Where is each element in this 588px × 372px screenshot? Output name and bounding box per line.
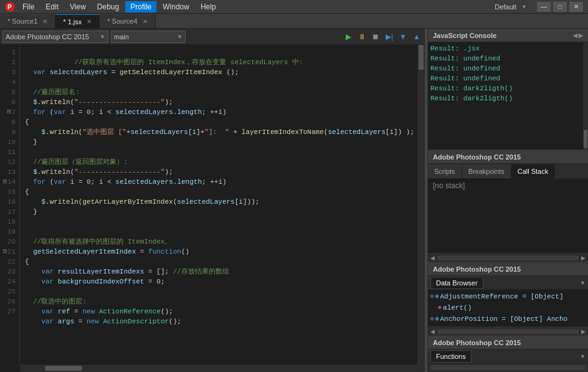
console-line-4: Result: undefined <box>430 74 586 83</box>
tab-close-source1[interactable]: ✕ <box>42 18 47 25</box>
fold-icon-7[interactable]: ⊟ <box>7 107 11 117</box>
js-console-title: JavaScript Console <box>433 32 496 39</box>
data-icon-1: ◉ <box>435 291 439 302</box>
fold-icon-21[interactable]: ⊟ <box>3 247 7 257</box>
menu-file[interactable]: File <box>17 1 39 12</box>
expand-icon-3[interactable]: ⊞ <box>430 313 434 325</box>
tab-bar: * Source1 ✕ * 1.jsx ✕ * Source4 ✕ <box>0 14 588 29</box>
data-icon-3: ◉ <box>435 313 439 325</box>
app-logo: P <box>5 2 15 12</box>
console-line-1: Result: .jsx <box>430 44 586 54</box>
pause-button[interactable]: ⏸ <box>356 31 368 42</box>
menu-help[interactable]: Help <box>196 1 221 12</box>
tab-data-browser[interactable]: Data Browser <box>430 277 483 289</box>
svg-text:P: P <box>7 4 12 11</box>
step-over-button[interactable]: ▶| <box>384 31 395 42</box>
editor-toolbar: Adobe Photoshop CC 2015 ▼ main ▼ ▶ ⏸ ⏹ ▶… <box>0 29 425 45</box>
scroll-left-icon[interactable]: ◀ <box>430 255 435 261</box>
horizontal-scrollbar[interactable] <box>20 365 425 372</box>
minimize-button[interactable]: — <box>537 2 551 12</box>
no-stack-label: [no stack] <box>430 179 467 193</box>
data-row-2: ◈ alert() <box>430 302 586 313</box>
console-scrollbar[interactable] <box>583 42 588 150</box>
menu-profile[interactable]: Profile <box>125 1 156 12</box>
title-bar-right: Default ▼ — □ ✕ <box>495 2 583 12</box>
tab-source1[interactable]: * Source1 ✕ <box>0 14 55 28</box>
functions-panel-header: Adobe Photoshop CC 2015 <box>428 336 588 350</box>
functions-content <box>428 363 588 372</box>
functions-bar: Functions ▼ <box>428 350 588 363</box>
ps-callstack-content: [no stack] <box>428 179 588 253</box>
menu-debug[interactable]: Debug <box>92 1 124 12</box>
maximize-button[interactable]: □ <box>553 2 567 12</box>
right-panel: JavaScript Console ◀ ▶ Result: .jsx Resu… <box>427 29 588 372</box>
data-browser-bar: Data Browser ▼ <box>428 276 588 290</box>
js-console-header: JavaScript Console ◀ ▶ <box>428 29 588 42</box>
data-icon-2: ◈ <box>438 302 442 313</box>
console-line-3: Result: undefined <box>430 64 586 74</box>
step-into-button[interactable]: ▼ <box>397 31 409 42</box>
function-dropdown-arrow: ▼ <box>177 34 183 40</box>
js-console-panel: JavaScript Console ◀ ▶ Result: .jsx Resu… <box>428 29 588 150</box>
menu-window[interactable]: Window <box>158 1 194 12</box>
menu-view[interactable]: View <box>65 1 91 12</box>
tab-breakpoints[interactable]: Breakpoints <box>462 165 511 178</box>
ps-callstack-panel: Adobe Photoshop CC 2015 Scripts Breakpoi… <box>428 150 588 262</box>
console-line-2: Result: undefined <box>430 54 586 64</box>
ps-databrowser-header: Adobe Photoshop CC 2015 <box>428 262 588 276</box>
functions-dropdown-arrow[interactable]: ▼ <box>580 353 586 360</box>
tab-close-1jsx[interactable]: ✕ <box>87 18 92 25</box>
ps-callstack-tabs: Scripts Breakpoints Call Stack <box>428 164 588 179</box>
tab-1jsx[interactable]: * 1.jsx ✕ <box>55 14 100 28</box>
tab-functions[interactable]: Functions <box>430 350 472 363</box>
vertical-scrollbar[interactable] <box>417 45 425 365</box>
title-bar-left: P File Edit View Debug Profile Window He… <box>5 1 221 12</box>
functions-panel: Adobe Photoshop CC 2015 Functions ▼ <box>428 336 588 372</box>
db-scroll-right[interactable]: ▶ <box>581 328 586 335</box>
ps-databrowser-panel: Adobe Photoshop CC 2015 Data Browser ▼ ⊞… <box>428 262 588 336</box>
ps-callstack-title: Adobe Photoshop CC 2015 <box>433 153 521 161</box>
expand-icon-1[interactable]: ⊞ <box>430 291 434 302</box>
stop-button[interactable]: ⏹ <box>370 31 381 42</box>
databrowser-dropdown-arrow[interactable]: ▼ <box>580 280 586 286</box>
play-button[interactable]: ▶ <box>343 31 354 42</box>
console-line-6: Result: dark2ligth() <box>430 93 586 103</box>
default-label: Default <box>495 3 516 11</box>
tab-scripts[interactable]: Scripts <box>428 165 462 178</box>
main-layout: Adobe Photoshop CC 2015 ▼ main ▼ ▶ ⏸ ⏹ ▶… <box>0 29 588 372</box>
console-expand[interactable]: ▶ <box>579 32 583 39</box>
data-row-1: ⊞ ◉ AdjustmentReference = [Object] <box>430 291 586 302</box>
fold-icon-14[interactable]: ⊟ <box>3 177 7 187</box>
target-dropdown[interactable]: Adobe Photoshop CC 2015 ▼ <box>2 31 108 43</box>
line-numbers: 123456 ⊟7 8910111213 ⊟14 151617181920 ⊟2… <box>0 45 20 365</box>
close-button[interactable]: ✕ <box>569 2 583 12</box>
functions-panel-title: Adobe Photoshop CC 2015 <box>433 339 521 346</box>
db-scroll-left[interactable]: ◀ <box>430 328 435 335</box>
editor-panel: Adobe Photoshop CC 2015 ▼ main ▼ ▶ ⏸ ⏹ ▶… <box>0 29 425 372</box>
target-dropdown-arrow: ▼ <box>100 34 105 40</box>
tab-close-source4[interactable]: ✕ <box>143 18 148 25</box>
menu-bar: File Edit View Debug Profile Window Help <box>17 1 221 12</box>
title-bar: P File Edit View Debug Profile Window He… <box>0 0 588 14</box>
step-out-button[interactable]: ▲ <box>411 31 422 42</box>
tab-callstack[interactable]: Call Stack <box>511 165 556 178</box>
ps-databrowser-title: Adobe Photoshop CC 2015 <box>433 265 521 273</box>
function-dropdown[interactable]: main ▼ <box>111 31 186 43</box>
data-row-3: ⊞ ◉ AnchorPosition = [Object] Ancho <box>430 313 586 325</box>
code-area: 123456 ⊟7 8910111213 ⊟14 151617181920 ⊟2… <box>0 45 425 365</box>
tab-source4[interactable]: * Source4 ✕ <box>100 14 155 28</box>
js-console-content[interactable]: Result: .jsx Result: undefined Result: u… <box>428 42 588 150</box>
console-collapse[interactable]: ◀ <box>573 32 577 39</box>
ps-callstack-header: Adobe Photoshop CC 2015 <box>428 150 588 164</box>
data-browser-content[interactable]: ⊞ ◉ AdjustmentReference = [Object] ◈ ale… <box>428 290 588 327</box>
scroll-right-icon[interactable]: ▶ <box>581 255 586 261</box>
code-content[interactable]: //获取所有选中图层的 ItemIndex，存放在变量 selectedLaye… <box>20 45 417 365</box>
menu-edit[interactable]: Edit <box>40 1 64 12</box>
console-line-5: Result: dark2ligth() <box>430 83 586 93</box>
